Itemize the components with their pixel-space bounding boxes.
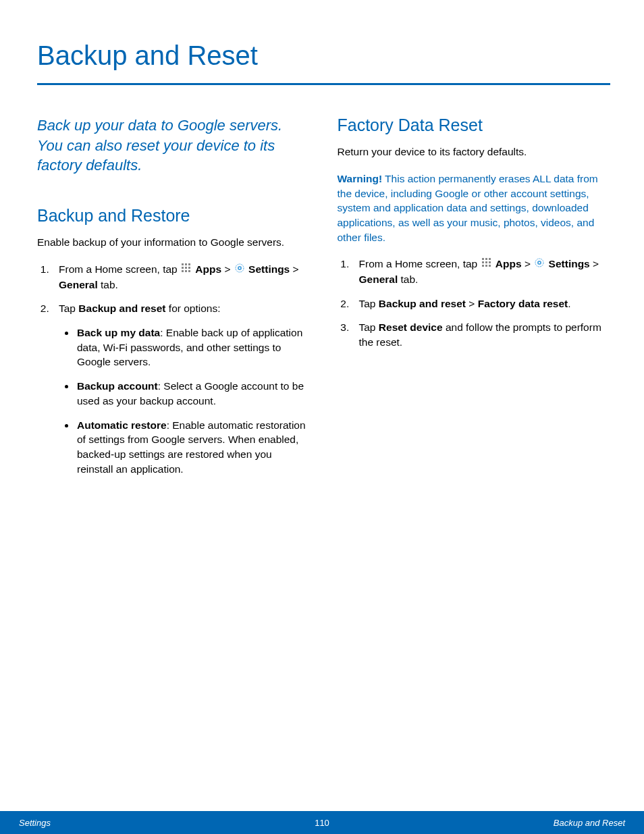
svg-rect-19 [485,265,487,267]
step-text: tab. [98,279,118,290]
backup-reset-label: Backup and reset [379,298,466,309]
step-text: Tap [359,298,379,309]
apps-label: Apps [195,263,221,275]
factory-reset-lead: Return your device to its factory defaul… [338,145,611,159]
svg-rect-8 [188,270,190,272]
general-label: General [359,273,398,285]
right-column: Factory Data Reset Return your device to… [338,115,611,486]
backup-reset-label: Backup and reset [78,303,165,314]
step-sep: > [590,258,599,269]
svg-rect-7 [185,270,187,272]
warning-label: Warning! [338,173,383,184]
svg-rect-18 [482,265,484,267]
step-sep: > [466,298,478,309]
svg-rect-20 [489,265,491,267]
factory-data-reset-label: Factory data reset [478,298,568,309]
backup-restore-steps: From a Home screen, tap Apps > Settings … [37,262,311,476]
svg-rect-16 [485,261,487,263]
svg-rect-12 [482,258,484,260]
intro-text: Back up your data to Google servers. You… [37,115,311,176]
page-title: Backup and Reset [37,41,610,85]
svg-rect-4 [185,267,187,269]
backup-restore-heading: Backup and Restore [37,206,311,226]
svg-rect-13 [485,258,487,260]
left-column: Back up your data to Google servers. You… [37,115,311,486]
apps-grid-icon [181,263,192,278]
step-text: From a Home screen, tap [359,258,481,269]
option-title: Backup account [77,380,158,392]
list-item: Tap Backup and reset for options: Back u… [52,301,311,476]
list-item: Back up my data: Enable back up of appli… [76,325,311,369]
backup-restore-lead: Enable backup of your information to Goo… [37,236,311,250]
svg-point-23 [539,262,540,263]
content-columns: Back up your data to Google servers. You… [37,115,610,486]
step-text: for options: [166,303,221,314]
svg-rect-14 [489,258,491,260]
apps-label: Apps [495,258,522,269]
list-item: Tap Reset device and follow the prompts … [352,320,611,349]
svg-point-11 [239,267,240,269]
option-title: Back up my data [77,327,160,338]
step-text: tab. [398,273,418,285]
apps-grid-icon [481,257,492,272]
factory-reset-heading: Factory Data Reset [338,115,611,135]
step-text: Tap [359,321,379,333]
svg-rect-6 [182,270,184,272]
page-footer: Settings 110 Backup and Reset [0,811,644,834]
footer-left: Settings [19,818,51,828]
svg-rect-5 [188,267,190,269]
step-text: Tap [59,303,78,314]
footer-right: Backup and Reset [554,818,625,828]
footer-page-number: 110 [315,818,329,828]
option-title: Automatic restore [77,419,167,431]
step-sep: > [290,263,298,275]
settings-label: Settings [549,258,590,269]
general-label: General [59,279,98,290]
svg-rect-3 [182,267,184,269]
options-bullets: Back up my data: Enable back up of appli… [59,325,311,476]
list-item: Backup account: Select a Google account … [76,379,311,408]
list-item: Automatic restore: Enable automatic rest… [76,418,311,477]
step-sep: > [522,258,534,269]
step-text: . [568,298,570,309]
svg-rect-17 [489,261,491,263]
svg-rect-15 [482,261,484,263]
reset-device-label: Reset device [379,321,443,333]
settings-gear-icon [234,263,245,278]
step-text: From a Home screen, tap [59,263,180,275]
warning-paragraph: Warning! This action permanently erases … [338,172,611,244]
factory-reset-steps: From a Home screen, tap Apps > Settings … [338,257,611,350]
list-item: From a Home screen, tap Apps > Settings … [352,257,611,286]
settings-label: Settings [248,263,290,275]
svg-rect-2 [188,263,190,265]
settings-gear-icon [534,257,545,272]
list-item: From a Home screen, tap Apps > Settings … [52,262,311,292]
list-item: Tap Backup and reset > Factory data rese… [352,296,611,311]
svg-rect-1 [185,263,187,265]
svg-rect-0 [182,263,184,265]
step-sep: > [221,263,234,275]
